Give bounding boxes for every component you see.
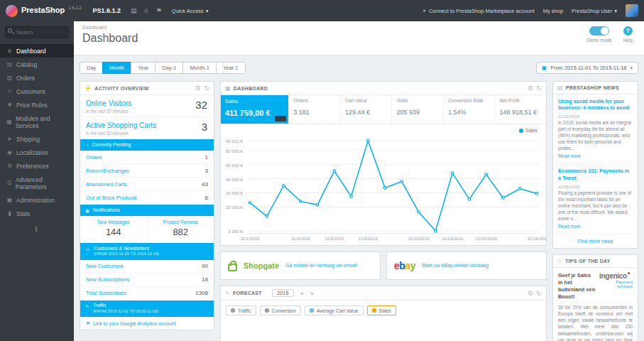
next-year-button[interactable]: » bbox=[310, 290, 314, 297]
caret-down-icon: ▾ bbox=[206, 8, 209, 14]
legend-label: Sales bbox=[379, 308, 391, 313]
sidebar-item-orders[interactable]: ▥ Orders bbox=[0, 71, 74, 85]
sidebar-item-price-rules[interactable]: ❖ Price Rules bbox=[0, 98, 74, 112]
kpi-visits[interactable]: Visits 205 939 bbox=[392, 95, 444, 124]
currently-pending-header: ◔ Currently Pending bbox=[80, 139, 214, 151]
person-icon[interactable]: ☺ bbox=[143, 7, 150, 14]
google-analytics-link[interactable]: ➤ Link to your Google Analytics account bbox=[80, 317, 214, 330]
refresh-icon[interactable]: ↻ bbox=[536, 85, 542, 92]
legend-label: Average Cart Value bbox=[317, 308, 359, 313]
forecast-sales-toggle[interactable]: Sales bbox=[367, 305, 396, 315]
demo-mode-toggle[interactable] bbox=[589, 26, 609, 36]
gear-icon[interactable]: ⚙ bbox=[195, 85, 201, 92]
new-subscriptions-row[interactable]: New Subscriptions 18 bbox=[80, 274, 214, 287]
flag-icon[interactable]: ⚑ bbox=[156, 7, 162, 14]
prestashop-news-panel: ▤ PRESTASHOP NEWS Using social media for… bbox=[552, 81, 638, 249]
forecast-traffic-toggle[interactable]: Traffic bbox=[226, 305, 256, 315]
kpi-cart-value[interactable]: Cart Value 129,44 € bbox=[341, 95, 393, 124]
out-of-stock-row[interactable]: Out of Stock Products 6 bbox=[80, 191, 214, 205]
sidebar-item-shipping[interactable]: ➤ Shipping bbox=[0, 132, 74, 146]
range-day-1-button[interactable]: Day-1 bbox=[155, 62, 182, 74]
gear-icon[interactable]: ⚙ bbox=[528, 85, 533, 92]
user-avatar[interactable] bbox=[626, 4, 638, 17]
search-input[interactable] bbox=[5, 26, 69, 38]
sidebar-item-catalog[interactable]: ▤ Catalog bbox=[0, 58, 74, 71]
traffic-title: Traffic bbox=[93, 303, 158, 309]
read-more-link[interactable]: Read more bbox=[558, 153, 581, 158]
forecast-legend: Traffic Conversion Average Cart Value Sa… bbox=[221, 301, 546, 323]
clock-icon: ◔ bbox=[85, 142, 88, 148]
product-reviews-cell[interactable]: Product Reviews 882 bbox=[148, 216, 214, 242]
prestashop-logo[interactable]: PrestaShop 1.6.1.2 bbox=[0, 4, 87, 17]
news-column: ▤ PRESTASHOP NEWS Using social media for… bbox=[552, 81, 638, 341]
range-year-button[interactable]: Year bbox=[131, 62, 155, 74]
sales-legend-label: Sales bbox=[525, 128, 537, 133]
previous-year-button[interactable]: « bbox=[300, 290, 304, 297]
pending-orders-row[interactable]: Orders 1 bbox=[80, 151, 214, 164]
shipping-icon: ➤ bbox=[6, 136, 13, 142]
new-customers-row[interactable]: New Customers 90 bbox=[80, 260, 214, 274]
data-point bbox=[451, 172, 454, 175]
sidebar-item-localization[interactable]: ◉ Localization bbox=[0, 146, 74, 159]
preferences-icon: ⚙ bbox=[6, 163, 13, 169]
sidebar-item-preferences[interactable]: ⚙ Preferences bbox=[0, 159, 74, 173]
sidebar-item-modules[interactable]: ▦ Modules and Services bbox=[0, 112, 74, 132]
gear-icon[interactable]: ⚙ bbox=[528, 290, 533, 297]
ebay-promo[interactable]: ebay Start uw eBay-winkel vandaag bbox=[386, 251, 547, 280]
refresh-icon[interactable]: ↻ bbox=[204, 85, 209, 92]
total-subscribers-row[interactable]: Total Subscribers 1308 bbox=[80, 287, 214, 301]
marketplace-link[interactable]: ✦ Connect to PrestaShop Marketplace acco… bbox=[422, 8, 535, 14]
range-year-1-button[interactable]: Year-1 bbox=[216, 62, 246, 74]
data-point bbox=[299, 200, 302, 203]
kpi-net-profit[interactable]: Net Profit 148 918,51 € bbox=[495, 95, 546, 124]
collapse-sidebar-button[interactable]: ‖ bbox=[0, 220, 74, 239]
new-messages-cell[interactable]: New Messages 144 bbox=[80, 216, 148, 242]
sidebar-item-dashboard[interactable]: ⌂ Dashboard bbox=[0, 44, 74, 58]
x-tick-label: 11/13/2015 bbox=[442, 236, 464, 241]
sidebar-item-label: Orders bbox=[16, 75, 35, 82]
sidebar-item-label: Modules and Services bbox=[16, 115, 67, 129]
sidebar-item-stats[interactable]: ▮ Stats bbox=[0, 207, 74, 220]
topbar: PrestaShop 1.6.1.2 PS1.6.1.2 ▤ ☺ ⚑ Quick… bbox=[0, 0, 644, 21]
shopgate-promo[interactable]: Shopgate Ga mobiel en verhoog uw omzet bbox=[220, 251, 381, 280]
advanced-parameters-icon: ☰ bbox=[6, 180, 12, 186]
kpi-orders[interactable]: Orders 3 181 bbox=[289, 95, 341, 124]
sidebar-item-advanced-parameters[interactable]: ☰ Advanced Parameters bbox=[0, 173, 74, 193]
find-more-news-link[interactable]: Find more news bbox=[553, 234, 638, 248]
kpi-conversion-rate[interactable]: Conversion Rate 1.54% bbox=[444, 95, 496, 124]
sidebar-item-administration[interactable]: ▣ Administration bbox=[0, 193, 74, 207]
legend-dot bbox=[265, 308, 269, 313]
active-carts-link[interactable]: Active Shopping Carts bbox=[86, 121, 208, 129]
x-tick-label: 11/11/2015 bbox=[408, 236, 430, 241]
article-title-link[interactable]: Ecommerce 101: Payments in a Tweet bbox=[558, 168, 633, 181]
range-month-1-button[interactable]: Month-1 bbox=[182, 62, 216, 74]
my-shop-link[interactable]: My shop bbox=[543, 8, 563, 14]
forecast-conversion-toggle[interactable]: Conversion bbox=[260, 305, 301, 315]
forecast-year-select[interactable]: 2015 bbox=[272, 289, 294, 297]
quick-access-menu[interactable]: Quick Access ▾ bbox=[172, 8, 209, 14]
sidebar-item-customers[interactable]: ☺ Customers bbox=[0, 85, 74, 98]
cart-icon[interactable]: ▤ bbox=[131, 7, 137, 14]
user-menu[interactable]: PrestaShop User ▾ bbox=[572, 8, 617, 14]
forecast-panel-header: ∿ FORECAST 2015 « » ⚙ ↻ bbox=[221, 286, 546, 301]
ebay-letter: a bbox=[405, 260, 410, 271]
shop-name[interactable]: PS1.6.1.2 bbox=[93, 7, 121, 14]
range-month-button[interactable]: Month bbox=[102, 62, 131, 74]
refresh-icon[interactable]: ↻ bbox=[536, 290, 542, 297]
pending-returns-row[interactable]: Return/Exchanges 3 bbox=[80, 164, 214, 178]
range-day-button[interactable]: Day bbox=[80, 62, 102, 74]
abandoned-carts-row[interactable]: Abandoned Carts 43 bbox=[80, 178, 214, 191]
read-more-link[interactable]: Read more bbox=[558, 224, 581, 229]
row-label: New Subscriptions bbox=[86, 276, 129, 283]
online-visitors-link[interactable]: Online Visitors bbox=[86, 99, 208, 107]
article-title-link[interactable]: Using social media for your business: 4 … bbox=[558, 99, 633, 112]
tips-of-the-day-panel: ✩ TIPS OF THE DAY Geef je Sales in het b… bbox=[552, 254, 638, 341]
range-button-group: Day Month Year Day-1 Month-1 Year-1 bbox=[80, 62, 246, 74]
help-icon[interactable]: ? bbox=[623, 26, 633, 36]
forecast-avg-cart-toggle[interactable]: Average Cart Value bbox=[305, 305, 364, 315]
date-range-picker[interactable]: ▣ From 2015-11-01 To 2015-11-18 ▾ bbox=[536, 62, 638, 74]
kpi-sales[interactable]: Sales 411 759,00 € bbox=[221, 95, 289, 124]
data-point bbox=[367, 139, 370, 142]
lightning-icon: ⚡ bbox=[84, 85, 92, 92]
kpi-label: Conversion Rate bbox=[448, 98, 491, 103]
